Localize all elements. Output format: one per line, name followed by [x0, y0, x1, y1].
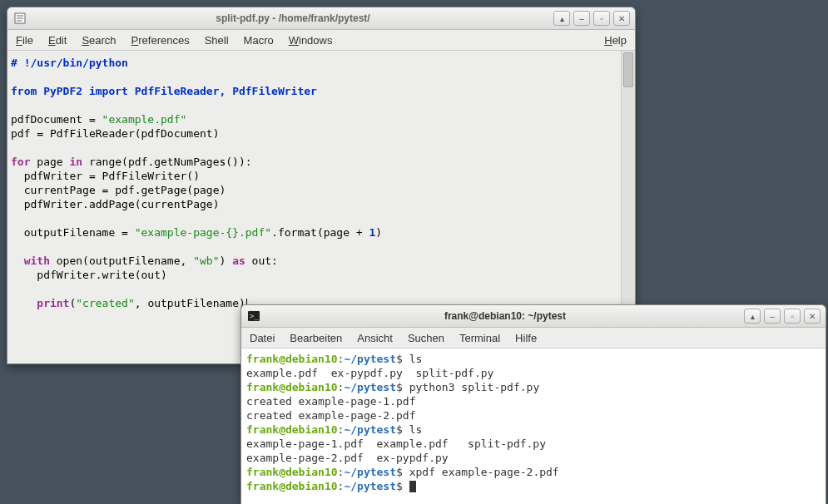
minimize-button[interactable]: –: [764, 309, 781, 324]
editor-title: split-pdf.py - /home/frank/pytest/: [32, 12, 553, 24]
maximize-button[interactable]: ▫: [784, 309, 801, 324]
terminal-output[interactable]: frank@debian10:~/pytest$ ls example.pdf …: [241, 348, 826, 504]
editor-app-icon: [12, 11, 27, 26]
menu-shell[interactable]: Shell: [205, 34, 229, 47]
menu-windows[interactable]: Windows: [289, 34, 333, 47]
menu-datei[interactable]: Datei: [250, 332, 275, 344]
menu-hilfe[interactable]: Hilfe: [515, 332, 537, 344]
menu-terminal[interactable]: Terminal: [459, 332, 500, 344]
menu-help[interactable]: Help: [604, 34, 627, 47]
terminal-cursor: [409, 481, 416, 492]
menu-edit[interactable]: Edit: [48, 34, 67, 47]
menu-file[interactable]: File: [16, 34, 33, 47]
menu-preferences[interactable]: Preferences: [131, 34, 190, 47]
terminal-window: >_ frank@debian10: ~/pytest ▴ – ▫ ✕ Date…: [240, 304, 826, 504]
menu-macro[interactable]: Macro: [244, 34, 274, 47]
rollup-button[interactable]: ▴: [744, 309, 761, 324]
terminal-title: frank@debian10: ~/pytest: [266, 310, 744, 322]
close-button[interactable]: ✕: [804, 309, 821, 324]
close-button[interactable]: ✕: [613, 11, 630, 26]
menu-ansicht[interactable]: Ansicht: [357, 332, 393, 344]
editor-menubar: File Edit Search Preferences Shell Macro…: [7, 30, 635, 51]
menu-search[interactable]: Search: [82, 34, 116, 47]
rollup-button[interactable]: ▴: [553, 11, 570, 26]
maximize-button[interactable]: ▫: [593, 11, 610, 26]
menu-bearbeiten[interactable]: Bearbeiten: [290, 332, 342, 344]
terminal-titlebar[interactable]: >_ frank@debian10: ~/pytest ▴ – ▫ ✕: [241, 305, 826, 328]
minimize-button[interactable]: –: [573, 11, 590, 26]
terminal-app-icon: >_: [246, 309, 261, 324]
menu-suchen[interactable]: Suchen: [408, 332, 444, 344]
terminal-menubar: Datei Bearbeiten Ansicht Suchen Terminal…: [241, 328, 826, 348]
editor-titlebar[interactable]: split-pdf.py - /home/frank/pytest/ ▴ – ▫…: [7, 7, 635, 30]
svg-text:>_: >_: [250, 312, 259, 320]
